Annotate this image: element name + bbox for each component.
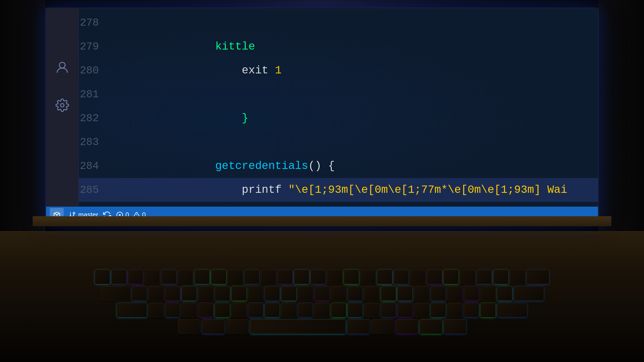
key[interactable]: [377, 269, 392, 284]
key[interactable]: [281, 286, 296, 301]
key[interactable]: [410, 269, 425, 284]
user-icon[interactable]: [54, 59, 71, 76]
key[interactable]: [277, 269, 293, 284]
key[interactable]: [248, 303, 263, 317]
key[interactable]: [394, 269, 409, 284]
key[interactable]: [314, 303, 330, 317]
key[interactable]: [231, 286, 247, 301]
key[interactable]: [314, 286, 330, 301]
key[interactable]: [444, 319, 466, 334]
key-row-1: [95, 269, 549, 284]
line-num-284: 284: [79, 154, 106, 178]
key[interactable]: [381, 303, 396, 317]
key[interactable]: [228, 269, 243, 284]
key[interactable]: [194, 269, 210, 284]
code-lines: 278 kittle 279 exit 1: [79, 8, 598, 223]
key[interactable]: [364, 286, 379, 301]
key[interactable]: [132, 286, 147, 301]
key[interactable]: [178, 269, 193, 284]
key[interactable]: [397, 303, 413, 317]
key[interactable]: [497, 286, 512, 301]
key[interactable]: [381, 286, 396, 301]
key[interactable]: [182, 286, 197, 301]
key[interactable]: [148, 303, 164, 317]
key[interactable]: [397, 286, 413, 301]
key[interactable]: [460, 269, 475, 284]
screen-bezel: 278 kittle 279 exit 1: [45, 8, 599, 224]
key[interactable]: [447, 286, 462, 301]
key[interactable]: [211, 269, 226, 284]
key[interactable]: [431, 286, 446, 301]
key[interactable]: [165, 303, 180, 317]
editor-content: 278 kittle 279 exit 1: [46, 8, 598, 223]
code-line-279: 279 exit 1: [79, 35, 598, 59]
key[interactable]: [347, 319, 370, 334]
key[interactable]: [148, 286, 164, 301]
key[interactable]: [420, 319, 442, 334]
key[interactable]: [331, 303, 346, 317]
key[interactable]: [331, 286, 346, 301]
key[interactable]: [161, 269, 176, 284]
key[interactable]: [198, 303, 213, 317]
key[interactable]: [497, 303, 527, 317]
key[interactable]: [444, 269, 459, 284]
key[interactable]: [414, 286, 429, 301]
key[interactable]: [510, 269, 525, 284]
key[interactable]: [165, 286, 180, 301]
key[interactable]: [182, 303, 197, 317]
screen-area: 278 kittle 279 exit 1: [0, 0, 644, 231]
key[interactable]: [261, 269, 276, 284]
key[interactable]: [281, 303, 296, 317]
key[interactable]: [145, 269, 160, 284]
key[interactable]: [447, 303, 462, 317]
key[interactable]: [527, 269, 549, 284]
key[interactable]: [480, 303, 496, 317]
key[interactable]: [360, 269, 376, 284]
key[interactable]: [395, 319, 418, 334]
key[interactable]: [265, 303, 280, 317]
key[interactable]: [100, 286, 130, 301]
key[interactable]: [371, 319, 394, 334]
key[interactable]: [464, 303, 479, 317]
key[interactable]: [327, 269, 342, 284]
spacebar-key[interactable]: [250, 319, 346, 334]
key[interactable]: [231, 303, 247, 317]
key[interactable]: [514, 286, 544, 301]
key[interactable]: [477, 269, 492, 284]
key[interactable]: [493, 269, 508, 284]
key[interactable]: [427, 269, 442, 284]
key[interactable]: [480, 286, 496, 301]
key[interactable]: [265, 286, 280, 301]
key[interactable]: [117, 303, 147, 317]
key[interactable]: [344, 269, 359, 284]
key[interactable]: [111, 269, 127, 284]
line-num-282: 282: [79, 107, 106, 130]
key[interactable]: [202, 319, 224, 334]
key[interactable]: [248, 286, 263, 301]
key[interactable]: [311, 269, 326, 284]
line-num-285: 285: [79, 178, 106, 202]
key[interactable]: [431, 303, 446, 317]
key[interactable]: [215, 286, 230, 301]
key[interactable]: [178, 319, 200, 334]
key[interactable]: [348, 303, 363, 317]
key[interactable]: [294, 269, 309, 284]
key[interactable]: [128, 269, 143, 284]
laptop-body-top: [33, 216, 611, 226]
key[interactable]: [226, 319, 249, 334]
key[interactable]: [215, 303, 230, 317]
key[interactable]: [298, 286, 313, 301]
settings-svg: [55, 98, 69, 112]
key[interactable]: [244, 269, 259, 284]
key[interactable]: [348, 286, 363, 301]
key[interactable]: [364, 303, 379, 317]
key[interactable]: [198, 286, 213, 301]
key[interactable]: [298, 303, 313, 317]
line-num-281: 281: [79, 83, 106, 107]
key[interactable]: [414, 303, 429, 317]
settings-icon[interactable]: [54, 96, 71, 114]
key[interactable]: [464, 286, 479, 301]
key-row-2: [100, 286, 544, 301]
code-line-285: 285 while [ true ]; do: [79, 178, 598, 202]
key[interactable]: [95, 269, 110, 284]
